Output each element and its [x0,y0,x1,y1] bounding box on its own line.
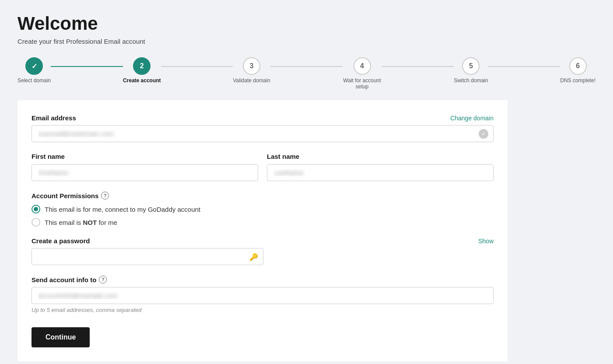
email-input-wrapper: ✓ [32,125,494,142]
step-4: 4 Wait for account setup [343,57,382,90]
send-info-label-text: Send account info to [32,276,96,284]
connector-1-2 [51,66,123,67]
step-6-circle: 6 [569,57,587,75]
key-icon: 🔑 [249,252,258,261]
permissions-label-text: Account Permissions [32,192,98,200]
step-6-number: 6 [576,62,580,70]
step-2-number: 2 [140,62,144,70]
permissions-label: Account Permissions ? [32,192,494,200]
change-domain-link[interactable]: Change domain [450,115,494,122]
connector-2-3 [161,66,233,67]
step-5-number: 5 [469,62,473,70]
step-2-label: Create account [123,77,161,84]
last-name-input[interactable] [267,164,494,181]
radio-label-2-not: NOT [83,219,97,226]
password-input-wrapper: 🔑 [32,248,263,265]
radio-option-2[interactable]: This email is NOT for me [32,218,494,227]
step-1-circle: ✓ [25,57,43,75]
step-3-number: 3 [250,62,254,70]
step-6: 6 DNS complete! [560,57,595,84]
step-5-label: Switch domain [454,77,488,84]
radio-option-1[interactable]: This email is for me, connect to my GoDa… [32,205,494,214]
first-name-input[interactable] [32,164,258,181]
email-input[interactable] [32,125,494,142]
account-permissions-section: Account Permissions ? This email is for … [32,192,494,227]
send-info-section: Send account info to ? Up to 5 email add… [32,276,494,313]
step-4-label: Wait for account setup [343,77,382,90]
step-1-label: Select domain [18,77,51,84]
permissions-help-icon[interactable]: ? [101,192,109,200]
step-2: 2 Create account [123,57,161,84]
last-name-label: Last name [267,153,299,160]
email-field-header: Email address Change domain [32,114,494,122]
send-info-label: Send account info to ? [32,276,494,284]
connector-5-6 [488,66,560,67]
checkmark-icon: ✓ [32,62,37,70]
last-name-section: Last name [267,153,494,181]
radio-label-1: This email is for me, connect to my GoDa… [45,206,200,213]
password-header: Create a password Show [32,237,494,245]
send-info-help-icon[interactable]: ? [99,276,107,284]
step-4-number: 4 [360,62,364,70]
page-title: Welcome [18,13,595,34]
password-input[interactable] [32,248,263,265]
email-check-icon: ✓ [479,129,488,139]
step-1: ✓ Select domain [18,57,51,84]
step-3-circle: 3 [243,57,260,75]
email-address-section: Email address Change domain ✓ [32,114,494,142]
radio-label-2-prefix: This email is [45,219,81,226]
password-section: Create a password Show 🔑 [32,237,494,265]
send-info-input[interactable] [32,287,494,304]
radio-label-2-suffix: for me [98,219,117,226]
password-label: Create a password [32,237,90,245]
first-name-label: First name [32,153,65,160]
name-row: First name Last name [32,153,494,181]
stepper: ✓ Select domain 2 Create account 3 Valid… [18,57,595,90]
radio-label-2: This email is NOT for me [45,219,117,226]
email-label: Email address [32,114,76,122]
connector-4-5 [382,66,454,67]
step-2-circle: 2 [133,57,151,75]
radio-btn-2[interactable] [32,218,40,227]
page-subtitle: Create your first Professional Email acc… [18,38,595,45]
step-5: 5 Switch domain [454,57,488,84]
first-name-section: First name [32,153,258,181]
step-5-circle: 5 [462,57,480,75]
step-4-circle: 4 [354,57,371,75]
show-password-link[interactable]: Show [478,238,494,245]
step-3: 3 Validate domain [233,57,270,84]
radio-btn-1[interactable] [32,205,40,214]
step-6-label: DNS complete! [560,77,595,84]
step-3-label: Validate domain [233,77,270,84]
send-info-hint: Up to 5 email addresses, comma separated [32,307,494,313]
continue-button[interactable]: Continue [32,327,90,347]
main-card: Email address Change domain ✓ First name… [18,100,508,361]
connector-3-4 [270,66,343,67]
